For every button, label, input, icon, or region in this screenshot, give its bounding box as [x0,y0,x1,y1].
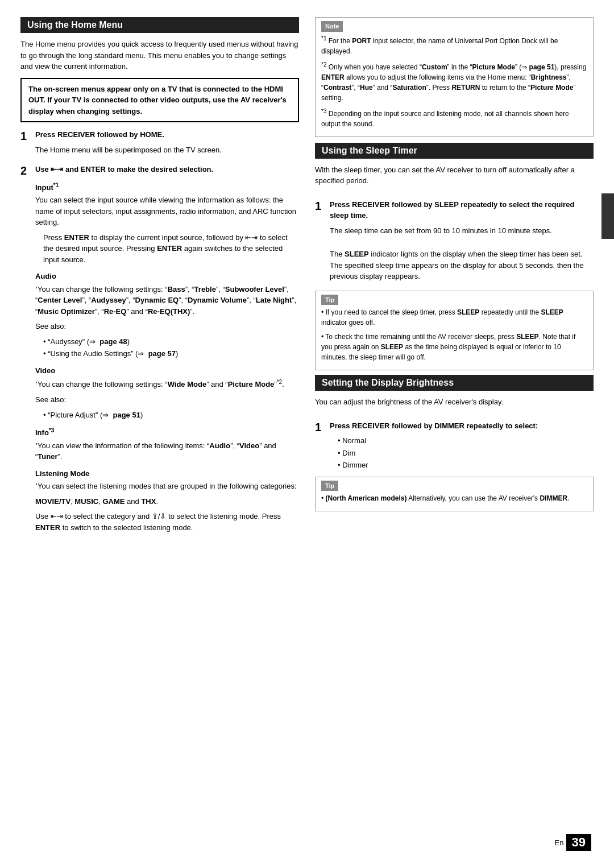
sleep-timer-section: Using the Sleep Timer With the sleep tim… [315,143,594,371]
step-1-num: 1 [20,129,31,143]
step-2-num: 2 [20,164,31,177]
brightness-step-1: 1 Press RECEIVER followed by DIMMER repe… [315,420,594,472]
brightness-step-1-content: Press RECEIVER followed by DIMMER repeat… [330,420,594,472]
video-title: Video [35,365,299,377]
brightness-step-1-heading: Press RECEIVER followed by DIMMER repeat… [330,421,538,430]
brightness-tip-1: • (North American models) Alternatively,… [321,493,587,503]
sleep-step-1-heading: Press RECEIVER followed by SLEEP repeate… [330,200,574,220]
sleep-tip-box: Tip • If you need to cancel the sleep ti… [315,291,594,371]
sleep-step-1-content: Press RECEIVER followed by SLEEP repeate… [330,199,594,286]
sleep-tip-2: • To check the time remaining until the … [321,332,587,362]
sleep-step-1-body2: The SLEEP indicator lights on the displa… [330,249,594,282]
home-menu-title: Using the Home Menu [20,17,299,33]
note-box: Note *1 For the PORT input selector, the… [315,17,594,137]
listening-mode-body: ʻYou can select the listening modes that… [35,481,299,492]
step-1-content: Press RECEIVER followed by HOME. The Hom… [35,129,299,159]
warning-box: The on-screen menus appear only on a TV … [20,78,299,123]
listening-mode-subsection: Listening Mode ʻYou can select the liste… [35,468,299,534]
display-brightness-title: Setting the Display Brightness [315,375,594,391]
sleep-tip-label: Tip [321,295,338,305]
input-title: Input*1 [35,181,299,193]
note-item-1: *1 For the PORT input selector, the name… [321,34,587,56]
home-menu-intro: The Home menu provides you quick access … [20,39,299,72]
page-prefix: En [555,838,564,847]
info-subsection: Info*3 ʻYou can view the information of … [35,426,299,462]
video-body: ʻYou can change the following settings: … [35,378,299,390]
audio-bullets: “Audyssey” (⇒ page 48) “Using the Audio … [35,336,299,359]
left-column: Using the Home Menu The Home menu provid… [20,17,299,834]
step-1: 1 Press RECEIVER followed by HOME. The H… [20,129,299,159]
page-number: 39 [566,834,591,851]
sleep-timer-intro: With the sleep timer, you can set the AV… [315,164,594,187]
video-bullet-1: “Picture Adjust” (⇒ page 51) [43,410,299,421]
note-item-2: *2 Only when you have selected “Custom” … [321,60,587,103]
two-column-layout: Using the Home Menu The Home menu provid… [20,17,594,834]
input-body: You can select the input source while vi… [35,195,299,228]
listening-mode-extra: Use ⇤⇥ to select the category and ⇧/⇩ to… [35,511,299,533]
audio-title: Audio [35,271,299,282]
page: Using the Home Menu The Home menu provid… [0,0,614,868]
step-2: 2 Use ⇤⇥ and ENTER to make the desired s… [20,164,299,537]
audio-see-also: See also: [35,321,299,332]
input-subsection: Input*1 You can select the input source … [35,181,299,266]
input-sup: *1 [53,182,59,188]
display-brightness-section: Setting the Display Brightness You can a… [315,375,594,511]
brightness-options: Normal Dim Dimmer [330,435,594,471]
sleep-step-1-body1: The sleep time can be set from 90 to 10 … [330,225,594,237]
sleep-timer-title: Using the Sleep Timer [315,143,594,159]
note-item-3: *3 Depending on the input source and lis… [321,107,587,129]
audio-bullet-1: “Audyssey” (⇒ page 48) [43,336,299,348]
brightness-option-dimmer: Dimmer [338,460,594,471]
sleep-step-1: 1 Press RECEIVER followed by SLEEP repea… [315,199,594,286]
step-1-body: The Home menu will be superimposed on th… [35,144,299,156]
right-column: Note *1 For the PORT input selector, the… [315,17,594,834]
sleep-step-1-num: 1 [315,199,325,213]
video-bullets: “Picture Adjust” (⇒ page 51) [35,410,299,421]
listening-mode-title: Listening Mode [35,468,299,480]
sleep-tip-1: • If you need to cancel the sleep timer,… [321,307,587,328]
step-1-heading: Press RECEIVER followed by HOME. [35,130,164,139]
video-see-also: See also: [35,394,299,406]
listening-mode-bold: MOVIE/TV, MUSIC, GAME and THX. [35,496,299,507]
side-tab [601,193,614,239]
info-title: Info*3 [35,426,299,439]
step-2-content: Use ⇤⇥ and ENTER to make the desired sel… [35,164,299,537]
input-extra: Press ENTER to display the current input… [35,232,299,266]
audio-bullet-2: “Using the Audio Settings” (⇒ page 57) [43,348,299,359]
warning-text: The on-screen menus appear only on a TV … [28,85,287,115]
brightness-tip-box: Tip • (North American models) Alternativ… [315,477,594,512]
brightness-step-1-num: 1 [315,420,325,434]
note-label: Note [321,21,343,32]
audio-subsection: Audio ʻYou can change the following sett… [35,271,299,359]
brightness-option-dim: Dim [338,448,594,459]
video-subsection: Video ʻYou can change the following sett… [35,365,299,420]
page-number-area: En 39 [555,834,591,851]
home-menu-section: Using the Home Menu The Home menu provid… [20,17,299,537]
brightness-tip-label: Tip [321,481,338,491]
step-2-heading: Use ⇤⇥ and ENTER to make the desired sel… [35,165,213,173]
brightness-option-normal: Normal [338,435,594,447]
display-brightness-intro: You can adjust the brightness of the AV … [315,396,594,408]
info-body: ʻYou can view the information of the fol… [35,440,299,462]
audio-body: ʻYou can change the following settings: … [35,284,299,317]
